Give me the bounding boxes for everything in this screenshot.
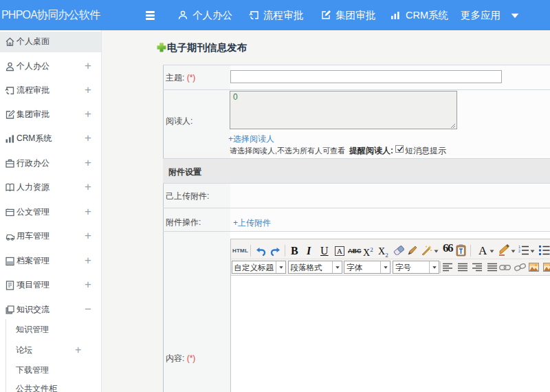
svg-text:2: 2 — [518, 249, 520, 253]
